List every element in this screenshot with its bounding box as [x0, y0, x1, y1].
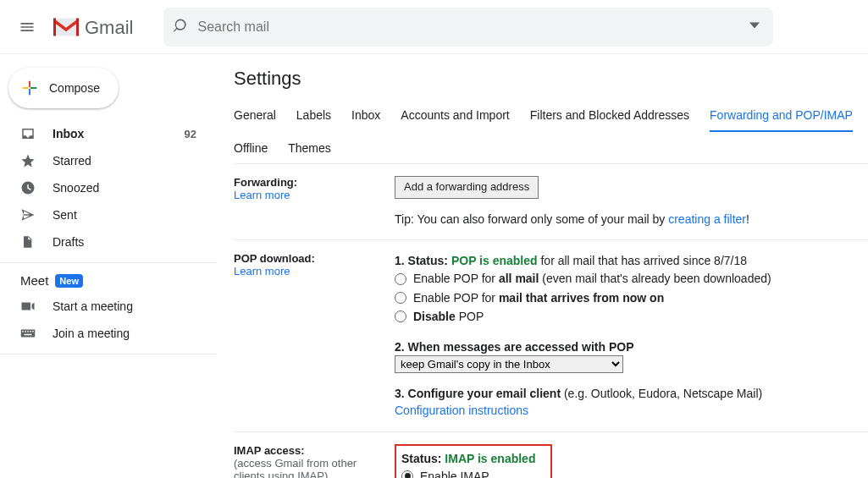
file-icon — [20, 234, 37, 250]
configuration-instructions-link[interactable]: Configuration instructions — [395, 404, 528, 417]
new-badge: New — [55, 274, 83, 288]
app-name: Gmail — [85, 17, 133, 39]
imap-option-enable[interactable]: Enable IMAP — [401, 467, 535, 478]
pop-option-all-mail[interactable]: Enable POP for all mail (even mail that'… — [395, 269, 860, 288]
pop-option-from-now-on[interactable]: Enable POP for mail that arrives from no… — [395, 288, 860, 307]
pop-configure-line: 3. Configure your email client (e.g. Out… — [395, 385, 860, 402]
main-menu-button[interactable] — [7, 7, 47, 47]
sidebar-item-label: Snoozed — [53, 181, 99, 195]
sidebar-item-drafts[interactable]: Drafts — [0, 228, 217, 255]
plus-icon — [20, 79, 39, 97]
search-input[interactable] — [189, 19, 744, 35]
meet-list: Start a meeting Join a meeting — [0, 293, 217, 347]
forwarding-title: Forwarding: — [234, 176, 388, 189]
imap-subtitle: (access Gmail from other clients using I… — [234, 457, 388, 479]
pop-status-line: 1. Status: POP is enabled for all mail t… — [395, 252, 860, 269]
sidebar-item-join-meeting[interactable]: Join a meeting — [0, 320, 217, 347]
svg-rect-5 — [32, 331, 34, 332]
sidebar-item-label: Drafts — [53, 235, 84, 249]
tab-general[interactable]: General — [234, 102, 276, 131]
radio-icon — [401, 470, 413, 478]
radio-icon — [395, 310, 406, 322]
unread-count: 92 — [185, 128, 203, 140]
pop-access-line: 2. When messages are accessed with POP k… — [395, 338, 860, 373]
sidebar-item-label: Join a meeting — [53, 327, 130, 340]
star-icon — [20, 153, 37, 168]
sidebar-item-snoozed[interactable]: Snoozed — [0, 174, 217, 201]
video-icon — [20, 300, 37, 312]
search-bar — [163, 8, 773, 47]
section-forwarding: Forwarding: Learn more Add a forwarding … — [234, 164, 868, 240]
sidebar-item-starred[interactable]: Starred — [0, 147, 217, 174]
hamburger-icon — [19, 19, 36, 36]
inbox-icon — [20, 126, 37, 141]
search-icon[interactable] — [172, 17, 189, 36]
radio-icon — [395, 292, 406, 304]
sidebar-item-label: Inbox — [53, 127, 84, 140]
sidebar-item-inbox[interactable]: Inbox 92 — [0, 120, 217, 147]
settings-pane: Settings General Labels Inbox Accounts a… — [217, 54, 868, 478]
gmail-icon — [51, 15, 81, 39]
keyboard-icon — [20, 327, 37, 339]
clock-icon — [20, 180, 37, 195]
sidebar-item-label: Starred — [53, 154, 91, 168]
pop-title: POP download: — [234, 252, 388, 265]
pop-option-disable[interactable]: Disable POP — [395, 307, 860, 326]
add-forwarding-button[interactable]: Add a forwarding address — [395, 176, 539, 199]
caret-down-icon — [749, 20, 760, 30]
sidebar-item-label: Start a meeting — [53, 299, 133, 313]
svg-rect-6 — [25, 334, 32, 336]
settings-tabs: General Labels Inbox Accounts and Import… — [234, 98, 868, 164]
svg-rect-3 — [27, 331, 29, 332]
divider — [0, 354, 217, 354]
search-options-button[interactable] — [744, 20, 765, 33]
compose-button[interactable]: Compose — [8, 68, 119, 108]
tab-labels[interactable]: Labels — [296, 102, 331, 131]
forwarding-tip: Tip: You can also forward only some of y… — [395, 211, 860, 228]
svg-rect-4 — [30, 331, 31, 332]
page-title: Settings — [234, 68, 868, 90]
tab-accounts[interactable]: Accounts and Import — [401, 102, 509, 131]
imap-status-line: Status: IMAP is enabled — [401, 450, 535, 467]
sidebar: Compose Inbox 92 Starred Snoozed Sent — [0, 54, 217, 478]
svg-rect-2 — [25, 331, 26, 332]
folder-list: Inbox 92 Starred Snoozed Sent Drafts — [0, 120, 217, 255]
tab-forwarding[interactable]: Forwarding and POP/IMAP — [710, 102, 853, 132]
gmail-logo[interactable]: Gmail — [51, 15, 133, 39]
meet-title: Meet — [20, 273, 48, 288]
imap-title: IMAP access: — [234, 444, 388, 457]
meet-section-header: Meet New — [0, 270, 217, 293]
send-icon — [20, 207, 37, 223]
sidebar-item-start-meeting[interactable]: Start a meeting — [0, 293, 217, 320]
svg-rect-1 — [22, 331, 24, 332]
radio-icon — [395, 273, 406, 285]
tab-filters[interactable]: Filters and Blocked Addresses — [530, 102, 689, 131]
app-header: Gmail — [0, 0, 868, 54]
section-pop: POP download: Learn more 1. Status: POP … — [234, 240, 868, 431]
section-imap: IMAP access: (access Gmail from other cl… — [234, 432, 868, 479]
imap-highlight-box: Status: IMAP is enabled Enable IMAP Disa… — [395, 444, 552, 479]
pop-access-select[interactable]: keep Gmail's copy in the Inbox — [395, 355, 623, 373]
create-filter-link[interactable]: creating a filter — [668, 212, 746, 226]
sidebar-item-sent[interactable]: Sent — [0, 201, 217, 228]
sidebar-item-label: Sent — [53, 208, 77, 222]
learn-more-link[interactable]: Learn more — [234, 189, 290, 201]
svg-rect-0 — [21, 330, 36, 338]
tab-offline[interactable]: Offline — [234, 135, 268, 163]
compose-label: Compose — [49, 81, 100, 95]
divider — [0, 262, 217, 263]
tab-themes[interactable]: Themes — [288, 135, 331, 163]
learn-more-link[interactable]: Learn more — [234, 265, 290, 277]
tab-inbox[interactable]: Inbox — [351, 102, 380, 131]
